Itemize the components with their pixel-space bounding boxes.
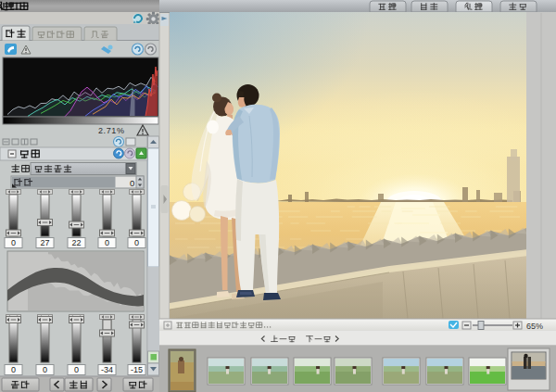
svg-text:0: 0: [74, 365, 79, 374]
svg-text:0: 0: [130, 178, 134, 188]
svg-text:65%: 65%: [526, 322, 543, 331]
svg-text:0: 0: [11, 365, 16, 374]
svg-text:27: 27: [40, 238, 49, 247]
svg-text:0: 0: [134, 238, 139, 247]
svg-text:22: 22: [71, 238, 81, 247]
svg-text:-15: -15: [131, 365, 143, 374]
svg-text:0: 0: [43, 365, 47, 374]
svg-text:0: 0: [11, 238, 16, 247]
svg-text:2.71%: 2.71%: [98, 126, 125, 135]
svg-text:-34: -34: [101, 365, 113, 374]
svg-text:0: 0: [105, 238, 109, 247]
